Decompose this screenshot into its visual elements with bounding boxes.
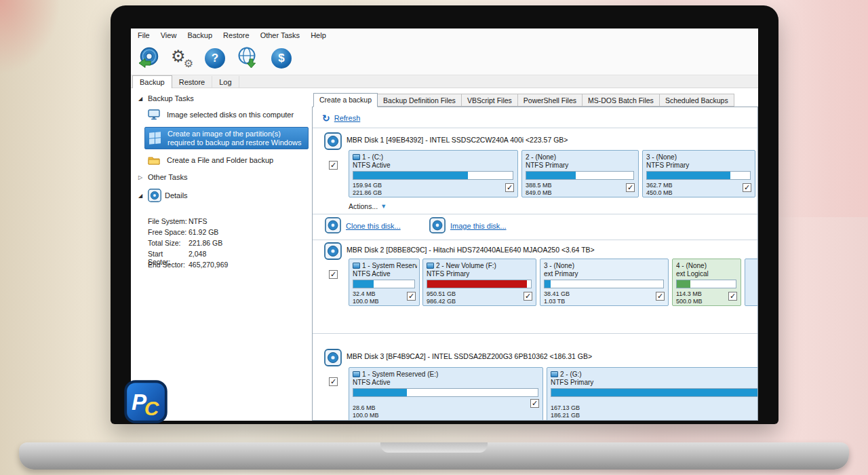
- partition-label: 3 - (None): [646, 153, 753, 161]
- partition-box[interactable]: 2 - (G:) NTFS Primary 167.13 GB 186.21 G…: [547, 367, 758, 421]
- partition-usage-bar: [676, 280, 736, 288]
- partition-box[interactable]: 3 - (None) ext Primary 38.41 GB 1.03 TB …: [540, 259, 669, 306]
- monitor-icon: [147, 109, 161, 120]
- menu-file[interactable]: File: [132, 30, 155, 41]
- svg-text:C: C: [144, 397, 159, 419]
- detail-total-size: Total Size:221.86 GB: [148, 239, 309, 247]
- partition-sizes: 114.3 MB 500.0 MB: [676, 290, 703, 305]
- partition-sizes: 38.41 GB 1.03 TB: [544, 290, 570, 305]
- disk-icon: [324, 132, 342, 151]
- partition-checkbox[interactable]: ✓: [407, 292, 416, 301]
- partition-box[interactable]: 1 - (C:) NTFS Active 159.94 GB 221.86 GB…: [349, 150, 518, 197]
- task-image-selected-disks[interactable]: Image selected disks on this computer: [144, 107, 309, 122]
- partition-box[interactable]: 3 - (None) NTFS Primary 362.7 MB 450.0 M…: [642, 150, 755, 197]
- partition-label: 1 - System Reserved (D:): [353, 261, 417, 269]
- tab-backup-definition-files[interactable]: Backup Definition Files: [378, 94, 462, 107]
- menu-help[interactable]: Help: [305, 30, 332, 41]
- tab-vbscript-files[interactable]: VBScript Files: [462, 94, 518, 107]
- actions-dropdown[interactable]: Actions... ▼: [349, 202, 387, 210]
- partition-checkbox[interactable]: ✓: [656, 292, 665, 301]
- partition-checkbox[interactable]: ✓: [530, 399, 539, 408]
- tab-scheduled-backups[interactable]: Scheduled Backups: [660, 94, 734, 107]
- partition-usage-bar: [526, 171, 634, 180]
- tab-backup[interactable]: Backup: [132, 75, 172, 88]
- disk-checkbox[interactable]: ✓: [329, 161, 338, 170]
- partition-fs-type: NTFS Primary: [526, 162, 568, 169]
- tab-log[interactable]: Log: [212, 76, 239, 88]
- partition-label: 2 - (None): [526, 153, 636, 161]
- partition-box[interactable]: 4 - (None) ext Logical 114.3 MB 500.0 MB…: [672, 259, 741, 306]
- partition-checkbox[interactable]: ✓: [626, 183, 635, 192]
- partition-usage-bar: [353, 388, 538, 397]
- disk-checkbox[interactable]: ✓: [329, 377, 338, 386]
- refresh-link[interactable]: ↻ Refresh: [322, 113, 360, 123]
- macrium-reflect-app: File View Backup Restore Other Tasks Hel…: [131, 28, 758, 421]
- partition-label: 3 - (None): [544, 261, 666, 269]
- task-image-windows-partitions[interactable]: Create an image of the partition(s) requ…: [144, 127, 309, 149]
- collapsed-icon: ▷: [138, 174, 144, 180]
- other-tasks-header[interactable]: ▷ Other Tasks: [138, 173, 188, 181]
- partition-sizes: 388.5 MB 849.0 MB: [526, 182, 552, 196]
- partition-box[interactable]: 1 - System Reserved (E:) NTFS Active 28.…: [349, 367, 543, 421]
- disk-title: MBR Disk 2 [D8BE8C9C] - Hitachi HDS72404…: [347, 246, 595, 254]
- tab-msdos-batch-files[interactable]: MS-DOS Batch Files: [583, 94, 660, 107]
- create-backup-disc-icon[interactable]: [136, 45, 161, 71]
- details-disk-icon: [148, 189, 161, 202]
- partition-sizes: 159.94 GB 221.86 GB: [353, 182, 382, 196]
- image-disk-link[interactable]: Image this disk...: [429, 217, 507, 235]
- partition-sizes: 950.51 GB 986.42 GB: [427, 290, 456, 305]
- menu-other-tasks[interactable]: Other Tasks: [255, 30, 306, 41]
- partition-label: 2 - (G:): [551, 370, 758, 378]
- tab-powershell-files[interactable]: PowerShell Files: [518, 94, 583, 107]
- disk-checkbox[interactable]: ✓: [329, 270, 338, 279]
- clone-disk-icon: [325, 217, 341, 235]
- menu-restore[interactable]: Restore: [218, 30, 255, 41]
- drive-icon: [551, 371, 558, 377]
- web-globe-icon[interactable]: [236, 45, 260, 71]
- expanded-icon: ◢: [138, 193, 144, 199]
- menu-view[interactable]: View: [155, 30, 182, 41]
- partition-fs-type: NTFS Active: [353, 379, 391, 386]
- partition-box[interactable]: 1 - System Reserved (D:) NTFS Active 32.…: [349, 259, 420, 306]
- partition-sizes: 362.7 MB 450.0 MB: [646, 182, 673, 196]
- background-accent-right: [773, 0, 868, 217]
- other-tasks-title: Other Tasks: [148, 173, 188, 181]
- partition-checkbox[interactable]: ✓: [505, 183, 514, 192]
- partition-box[interactable]: 2 - (None) NTFS Primary 388.5 MB 849.0 M…: [521, 150, 639, 197]
- partition-fs-type: NTFS Primary: [427, 270, 469, 278]
- content-tab-strip: Create a backup Backup Definition Files …: [313, 93, 734, 107]
- chevron-down-icon: ▼: [380, 203, 387, 210]
- partition-checkbox[interactable]: ✓: [743, 183, 751, 192]
- partition-fs-type: NTFS Primary: [551, 379, 593, 386]
- partition-checkbox[interactable]: ✓: [524, 292, 532, 301]
- partition-fs-type: ext Logical: [676, 270, 709, 278]
- detail-free-space: Free Space:61.92 GB: [148, 228, 309, 236]
- drive-icon: [353, 371, 360, 377]
- task-label: Create a File and Folder backup: [167, 156, 273, 165]
- partition-checkbox[interactable]: ✓: [728, 292, 737, 301]
- background-accent-left: [0, 0, 61, 75]
- menu-backup[interactable]: Backup: [182, 30, 218, 41]
- restore-gears-icon[interactable]: ⚙ ⚙: [170, 45, 194, 71]
- partition-box[interactable]: 2 - New Volume (F:) NTFS Primary 950.51 …: [422, 259, 536, 306]
- partition-fs-type: NTFS Active: [353, 270, 391, 278]
- menu-bar: File View Backup Restore Other Tasks Hel…: [131, 28, 758, 41]
- windows-logo-icon: [148, 132, 161, 144]
- help-icon[interactable]: ?: [203, 45, 227, 71]
- task-file-folder-backup[interactable]: Create a File and Folder backup: [144, 153, 309, 167]
- backup-tasks-header[interactable]: ◢ Backup Tasks: [138, 94, 194, 102]
- task-label: Image selected disks on this computer: [167, 111, 294, 119]
- separator: [313, 214, 757, 214]
- view-tab-strip: Backup Restore Log: [131, 75, 758, 88]
- partition-usage-bar: [551, 388, 758, 397]
- purchase-icon[interactable]: $: [269, 45, 294, 71]
- partition-box-clipped[interactable]: [745, 259, 758, 306]
- laptop-hinge-notch: [380, 442, 488, 453]
- partition-sizes: 167.13 GB 186.21 GB: [551, 404, 580, 419]
- tab-create-a-backup[interactable]: Create a backup: [313, 93, 378, 107]
- details-header[interactable]: ◢ Details: [138, 189, 188, 202]
- task-label: Create an image of the partition(s) requ…: [167, 130, 305, 147]
- clone-disk-link[interactable]: Clone this disk...: [325, 217, 401, 235]
- tab-restore[interactable]: Restore: [172, 76, 213, 88]
- drive-icon: [427, 263, 434, 269]
